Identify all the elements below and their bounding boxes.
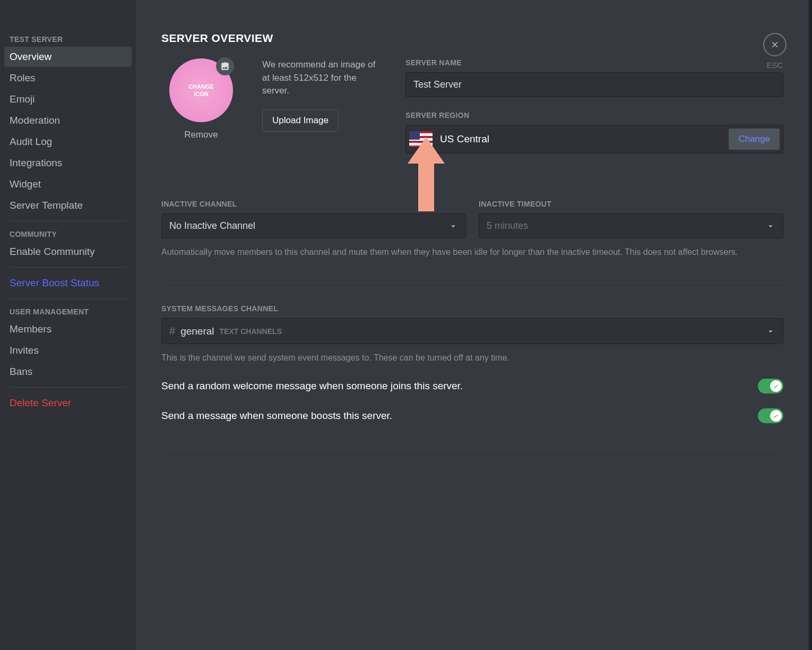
server-icon-uploader[interactable]: CHANGE ICON bbox=[169, 58, 233, 122]
sidebar-item-delete-server[interactable]: Delete Server bbox=[4, 393, 132, 413]
sidebar-item-boost-status[interactable]: Server Boost Status bbox=[4, 273, 132, 293]
settings-sidebar: TEST SERVER Overview Roles Emoji Moderat… bbox=[0, 0, 136, 650]
chevron-down-icon bbox=[448, 221, 458, 231]
inactive-channel-label: INACTIVE CHANNEL bbox=[161, 200, 466, 208]
welcome-toggle-label: Send a random welcome message when someo… bbox=[161, 380, 463, 392]
sidebar-separator bbox=[10, 267, 126, 268]
settings-content: SERVER OVERVIEW CHANGE ICON Remove We re… bbox=[136, 0, 809, 650]
sidebar-header-community: COMMUNITY bbox=[4, 227, 132, 242]
change-region-button[interactable]: Change bbox=[729, 129, 780, 150]
upload-image-button[interactable]: Upload Image bbox=[262, 109, 339, 132]
server-name-input[interactable] bbox=[405, 72, 783, 97]
boost-message-toggle[interactable] bbox=[758, 408, 783, 423]
server-region-label: SERVER REGION bbox=[405, 111, 783, 119]
check-icon bbox=[773, 413, 779, 419]
server-icon-placeholder-text: CHANGE ICON bbox=[188, 83, 214, 98]
sidebar-separator bbox=[10, 298, 126, 299]
check-icon bbox=[773, 383, 779, 389]
sidebar-item-emoji[interactable]: Emoji bbox=[4, 89, 132, 109]
system-channel-name: general bbox=[180, 326, 214, 337]
image-recommendation-text: We recommend an image of at least 512x51… bbox=[262, 58, 384, 98]
sidebar-header-user-mgmt: USER MANAGEMENT bbox=[4, 304, 132, 319]
sidebar-separator bbox=[10, 221, 126, 221]
sidebar-item-audit-log[interactable]: Audit Log bbox=[4, 132, 132, 152]
sidebar-item-server-template[interactable]: Server Template bbox=[4, 195, 132, 216]
sidebar-item-widget[interactable]: Widget bbox=[4, 174, 132, 194]
page-title: SERVER OVERVIEW bbox=[161, 32, 783, 45]
sidebar-item-overview[interactable]: Overview bbox=[4, 47, 132, 67]
system-help-text: This is the channel we send system event… bbox=[161, 352, 783, 364]
sidebar-item-bans[interactable]: Bans bbox=[4, 362, 132, 382]
toggle-knob bbox=[770, 380, 782, 392]
close-button[interactable] bbox=[763, 33, 787, 56]
sidebar-item-enable-community[interactable]: Enable Community bbox=[4, 242, 132, 262]
sidebar-separator bbox=[10, 387, 126, 388]
welcome-message-toggle[interactable] bbox=[758, 379, 783, 394]
chevron-down-icon bbox=[766, 327, 775, 336]
hash-icon: # bbox=[169, 325, 175, 337]
inactive-timeout-select[interactable]: 5 minutes bbox=[479, 213, 783, 238]
server-name-label: SERVER NAME bbox=[405, 58, 783, 67]
remove-icon-link[interactable]: Remove bbox=[184, 130, 218, 140]
inactive-help-text: Automatically move members to this chann… bbox=[161, 246, 783, 258]
inactive-channel-select[interactable]: No Inactive Channel bbox=[161, 213, 466, 238]
sidebar-item-moderation[interactable]: Moderation bbox=[4, 110, 132, 131]
section-divider bbox=[161, 450, 783, 450]
inactive-channel-value: No Inactive Channel bbox=[169, 220, 255, 232]
us-flag-icon bbox=[409, 131, 433, 147]
chevron-down-icon bbox=[766, 221, 775, 231]
section-divider bbox=[161, 283, 783, 283]
region-name: US Central bbox=[440, 133, 721, 145]
upload-image-icon[interactable] bbox=[216, 57, 234, 75]
system-channel-category: TEXT CHANNELS bbox=[220, 327, 282, 336]
close-icon bbox=[770, 40, 780, 49]
sidebar-item-integrations[interactable]: Integrations bbox=[4, 153, 132, 173]
server-region-box: US Central Change bbox=[405, 125, 783, 153]
boost-toggle-label: Send a message when someone boosts this … bbox=[161, 410, 392, 422]
sidebar-item-invites[interactable]: Invites bbox=[4, 340, 132, 361]
toggle-knob bbox=[770, 410, 782, 422]
inactive-timeout-value: 5 minutes bbox=[487, 220, 528, 232]
esc-label: ESC bbox=[767, 61, 783, 70]
window-edge bbox=[809, 0, 812, 650]
system-channel-select[interactable]: # general TEXT CHANNELS bbox=[161, 318, 783, 344]
sidebar-item-members[interactable]: Members bbox=[4, 319, 132, 339]
sidebar-item-roles[interactable]: Roles bbox=[4, 68, 132, 88]
system-channel-label: SYSTEM MESSAGES CHANNEL bbox=[161, 304, 783, 313]
sidebar-header-server: TEST SERVER bbox=[4, 32, 132, 47]
section-divider bbox=[161, 178, 783, 178]
inactive-timeout-label: INACTIVE TIMEOUT bbox=[479, 200, 783, 208]
